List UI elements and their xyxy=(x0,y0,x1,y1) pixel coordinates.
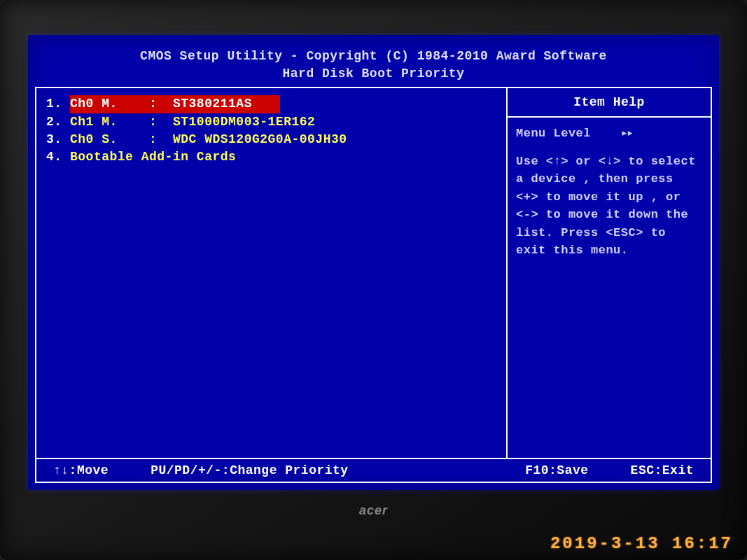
footer-hint-move: ↑↓:Move xyxy=(53,463,109,477)
footer-spacer xyxy=(391,463,525,477)
bios-screen: CMOS Setup Utility - Copyright (C) 1984-… xyxy=(28,35,719,490)
boot-item-number: 2. xyxy=(46,113,70,131)
help-text: Use <↑> or <↓> to select a device , then… xyxy=(516,153,702,260)
boot-item-label: Bootable Add-in Cards xyxy=(70,148,236,166)
menu-level-icon: ▸▸ xyxy=(621,127,632,140)
help-panel: Item Help Menu Level ▸▸ Use <↑> or <↓> t… xyxy=(508,88,711,458)
boot-priority-panel: 1. Ch0 M. : ST380211AS 2. Ch1 M. : ST100… xyxy=(36,88,508,458)
menu-level-row: Menu Level ▸▸ xyxy=(516,125,702,143)
header: CMOS Setup Utility - Copyright (C) 1984-… xyxy=(35,48,712,83)
boot-priority-list[interactable]: 1. Ch0 M. : ST380211AS 2. Ch1 M. : ST100… xyxy=(46,95,496,166)
main-frame: 1. Ch0 M. : ST380211AS 2. Ch1 M. : ST100… xyxy=(35,87,712,458)
footer-hint-save: F10:Save xyxy=(525,463,588,477)
footer-hint-exit: ESC:Exit xyxy=(631,463,694,477)
boot-item-number: 3. xyxy=(46,131,70,148)
boot-item-number: 4. xyxy=(46,148,70,166)
boot-item-4[interactable]: 4. Bootable Add-in Cards xyxy=(46,148,496,166)
boot-item-2[interactable]: 2. Ch1 M. : ST1000DM003-1ER162 xyxy=(46,113,496,131)
footer-bar: ↑↓:Move PU/PD/+/-:Change Priority F10:Sa… xyxy=(35,458,712,483)
footer-hint-change-priority: PU/PD/+/-:Change Priority xyxy=(151,463,349,477)
boot-item-label: Ch0 S. : WDC WDS120G2G0A-00JH30 xyxy=(70,131,347,148)
boot-item-1[interactable]: 1. Ch0 M. : ST380211AS xyxy=(46,95,496,113)
boot-item-label: Ch0 M. : ST380211AS xyxy=(70,95,280,113)
help-title: Item Help xyxy=(508,88,711,118)
monitor-brand-logo: acer xyxy=(359,503,388,518)
boot-item-3[interactable]: 3. Ch0 S. : WDC WDS120G2G0A-00JH30 xyxy=(46,131,496,148)
header-title-line2: Hard Disk Boot Priority xyxy=(35,65,712,83)
header-title-line1: CMOS Setup Utility - Copyright (C) 1984-… xyxy=(35,48,712,65)
monitor-bezel: CMOS Setup Utility - Copyright (C) 1984-… xyxy=(0,0,747,560)
boot-item-label: Ch1 M. : ST1000DM003-1ER162 xyxy=(70,113,315,131)
help-body: Menu Level ▸▸ Use <↑> or <↓> to select a… xyxy=(508,118,711,267)
boot-item-number: 1. xyxy=(46,95,70,113)
camera-timestamp: 2019-3-13 16:17 xyxy=(550,534,733,553)
menu-level-label: Menu Level xyxy=(516,127,591,140)
